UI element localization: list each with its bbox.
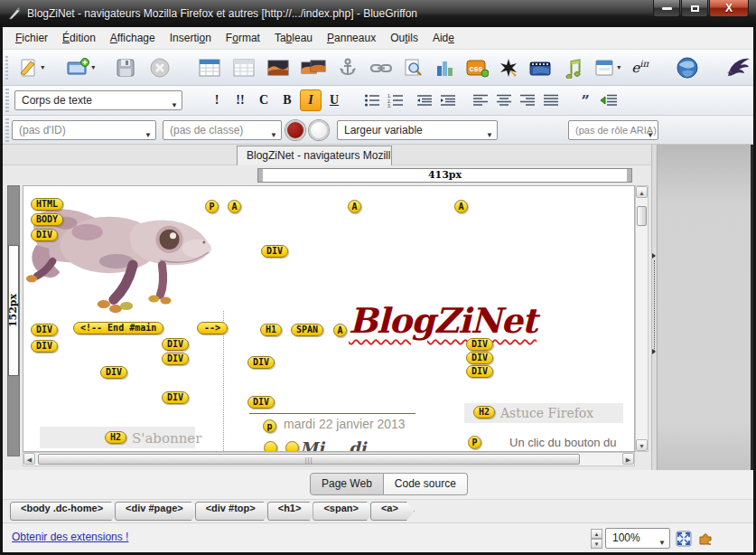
- breadcrumb-item[interactable]: <span>: [313, 502, 375, 521]
- insert-anchor-button[interactable]: [335, 54, 360, 81]
- code-button[interactable]: C: [253, 89, 275, 111]
- quote-button[interactable]: ”: [575, 90, 595, 110]
- breadcrumb-item[interactable]: <a>: [370, 502, 415, 521]
- insert-chart-button[interactable]: [433, 54, 458, 81]
- insert-image-button[interactable]: [265, 54, 292, 81]
- markup-badge-h2[interactable]: H2: [473, 406, 495, 419]
- insert-link-button[interactable]: [368, 54, 395, 81]
- insert-form-button[interactable]: ▾: [592, 54, 622, 81]
- outdent-button[interactable]: [415, 90, 434, 110]
- bullet-list-button[interactable]: [362, 90, 382, 110]
- markup-badge-endmain[interactable]: <!-- End #main: [73, 322, 163, 334]
- close-button[interactable]: X: [709, 0, 749, 17]
- zoom-level-combo[interactable]: 100%▼: [605, 528, 670, 549]
- insert-video-button[interactable]: [527, 54, 554, 81]
- markup-badge-div[interactable]: DIV: [162, 391, 189, 404]
- strong-button[interactable]: !!: [229, 89, 251, 111]
- menu-insertion[interactable]: Insertion: [163, 29, 219, 47]
- panel-splitter[interactable]: [651, 145, 658, 470]
- aria-role-combo[interactable]: (pas de rôle ARIA)▼: [568, 120, 658, 140]
- markup-badge-div[interactable]: DIV: [466, 352, 493, 364]
- markup-badge-h1[interactable]: H1: [260, 324, 282, 336]
- align-right-button[interactable]: [518, 90, 537, 110]
- insert-table-button[interactable]: [196, 54, 223, 81]
- bluegriffon-logo-button[interactable]: [723, 54, 753, 81]
- vertical-scroll-thumb[interactable]: [637, 206, 647, 226]
- minimize-button[interactable]: [653, 0, 680, 17]
- insert-images-button[interactable]: [299, 54, 328, 81]
- horizontal-ruler[interactable]: 413px: [257, 168, 632, 183]
- horizontal-scroll-thumb[interactable]: [38, 454, 580, 465]
- markup-badge-div[interactable]: DIV: [162, 338, 189, 351]
- view-tab-code-source[interactable]: Code source: [384, 473, 468, 495]
- edit-css-button[interactable]: css: [463, 54, 490, 81]
- markup-badge-span[interactable]: SPAN: [291, 324, 323, 336]
- menu-outils[interactable]: Outils: [383, 29, 425, 47]
- markup-badge-comment[interactable]: -->: [197, 322, 228, 334]
- width-combo[interactable]: Largeur variable▼: [337, 120, 498, 140]
- menu-format[interactable]: Format: [219, 29, 267, 47]
- markup-badge-div[interactable]: DIV: [466, 338, 493, 351]
- markup-badge-div[interactable]: DIV: [261, 245, 288, 258]
- page-properties-button[interactable]: [400, 54, 425, 81]
- insert-svg-button[interactable]: [496, 54, 521, 81]
- markup-badge-div[interactable]: DIV: [31, 324, 58, 336]
- markup-badge-div[interactable]: DIV: [247, 356, 275, 369]
- zoom-spinner[interactable]: ▲ ▼: [591, 529, 602, 549]
- id-combo[interactable]: (pas d'ID)▼: [12, 120, 156, 140]
- vertical-scrollbar[interactable]: ▲ ▼: [635, 185, 649, 452]
- insert-math-button[interactable]: eiπ: [630, 54, 650, 81]
- markup-badge-a[interactable]: A: [348, 200, 361, 213]
- open-file-button[interactable]: ▾: [64, 54, 97, 81]
- save-button[interactable]: [113, 54, 138, 81]
- color-well-white[interactable]: [309, 120, 329, 140]
- markup-badge-a[interactable]: A: [228, 200, 241, 213]
- maximize-button[interactable]: [681, 0, 708, 17]
- markup-badge-div[interactable]: DIV: [466, 365, 493, 378]
- markup-badge-h2[interactable]: H2: [105, 431, 126, 444]
- class-combo[interactable]: (pas de classe)▼: [163, 120, 282, 140]
- bold-button[interactable]: B: [276, 89, 298, 111]
- horizontal-scrollbar[interactable]: ◀ ▶: [23, 452, 635, 466]
- new-document-button[interactable]: ▾: [15, 54, 46, 81]
- get-extensions-link[interactable]: Obtenir des extensions !: [12, 531, 128, 543]
- breadcrumb-item[interactable]: <div #top>: [195, 502, 272, 521]
- menu-affichage[interactable]: Affichage: [103, 29, 163, 47]
- italic-button[interactable]: I: [300, 89, 322, 111]
- align-center-button[interactable]: [494, 90, 514, 110]
- markup-badge-p[interactable]: P: [468, 436, 481, 449]
- breadcrumb-item[interactable]: <div #page>: [115, 502, 200, 521]
- menu-tableau[interactable]: Tableau: [267, 29, 320, 47]
- markup-badge-a[interactable]: A: [454, 200, 468, 213]
- indent-button[interactable]: [438, 90, 458, 110]
- markup-badge-a[interactable]: A: [333, 324, 347, 337]
- markup-badge-div[interactable]: DIV: [247, 396, 275, 409]
- breadcrumb-item[interactable]: <h1>: [267, 502, 318, 521]
- markup-badge-p[interactable]: P: [205, 200, 219, 213]
- paragraph-style-combo[interactable]: Corps de texte ▼: [14, 90, 182, 110]
- markup-badge-body[interactable]: BODY: [31, 213, 63, 226]
- preview-browser-button[interactable]: [674, 54, 701, 81]
- editor-canvas[interactable]: HTMLBODYDIVPAAADIVDIV<!-- End #main-->DI…: [23, 185, 635, 452]
- menu-dition[interactable]: Édition: [55, 29, 103, 47]
- justify-button[interactable]: [541, 90, 561, 110]
- blockquote-button[interactable]: [599, 90, 619, 110]
- emphasis-button[interactable]: !: [206, 89, 228, 111]
- menu-fichier[interactable]: Fichier: [8, 29, 55, 47]
- align-left-button[interactable]: [471, 90, 490, 110]
- markup-badge-p[interactable]: p: [263, 419, 276, 433]
- insert-audio-button[interactable]: [561, 54, 584, 81]
- menu-panneaux[interactable]: Panneaux: [320, 29, 383, 47]
- breadcrumb-item[interactable]: <body .dc-home>: [10, 502, 119, 521]
- markup-badge-div[interactable]: DIV: [31, 340, 58, 353]
- fullscreen-icon[interactable]: [676, 531, 692, 547]
- insert-table-plain-button[interactable]: [230, 54, 257, 81]
- numbered-list-button[interactable]: 1.2.3.: [386, 90, 406, 110]
- color-well-red[interactable]: [285, 120, 305, 140]
- stop-button[interactable]: [147, 54, 173, 81]
- vertical-ruler[interactable]: 152px: [7, 185, 20, 456]
- markup-badge-div[interactable]: DIV: [31, 229, 58, 241]
- markup-badge-dot[interactable]: [264, 441, 277, 452]
- view-tab-page-web[interactable]: Page Web: [310, 473, 384, 495]
- markup-badge-div[interactable]: DIV: [100, 366, 127, 379]
